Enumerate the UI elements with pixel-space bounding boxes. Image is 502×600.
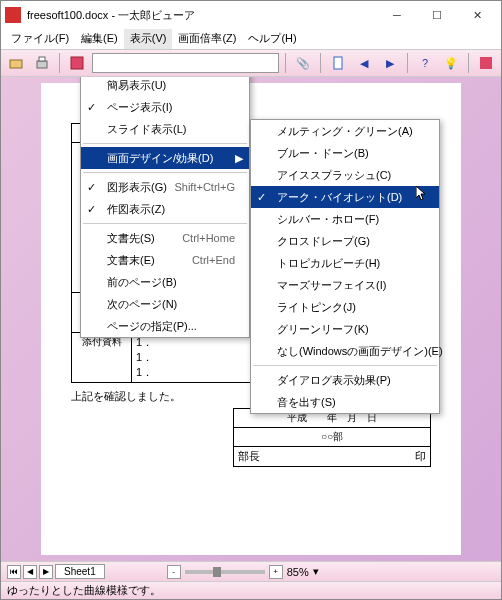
sm-i[interactable]: マーズサーフェイス(I) bbox=[251, 274, 439, 296]
next-icon[interactable]: ▶ bbox=[379, 52, 401, 74]
tab-prev-icon[interactable]: ◀ bbox=[23, 565, 37, 579]
sm-k[interactable]: グリーンリーフ(K) bbox=[251, 318, 439, 340]
tab-sheet1[interactable]: Sheet1 bbox=[55, 564, 105, 579]
window: freesoft100.docx - 一太郎ビューア ─ ☐ ✕ ファイル(F)… bbox=[0, 0, 502, 600]
mi-page[interactable]: ✓ページ表示(I) bbox=[81, 96, 249, 118]
sm-h[interactable]: トロピカルビーチ(H) bbox=[251, 252, 439, 274]
help-icon[interactable]: ? bbox=[414, 52, 436, 74]
bulb-icon[interactable]: 💡 bbox=[440, 52, 462, 74]
mi-figure[interactable]: ✓図形表示(G)Shift+Ctrl+G bbox=[81, 176, 249, 198]
sm-j[interactable]: ライトピンク(J) bbox=[251, 296, 439, 318]
zoom-control: - + 85% ▾ bbox=[167, 565, 319, 579]
titlebar: freesoft100.docx - 一太郎ビューア ─ ☐ ✕ bbox=[1, 1, 501, 29]
svg-rect-5 bbox=[480, 57, 492, 69]
sm-s[interactable]: 音を出す(S) bbox=[251, 391, 439, 413]
menu-help[interactable]: ヘルプ(H) bbox=[242, 29, 302, 49]
svg-rect-3 bbox=[71, 57, 83, 69]
maximize-button[interactable]: ☐ bbox=[417, 1, 457, 29]
svg-rect-0 bbox=[10, 60, 22, 68]
svg-rect-4 bbox=[334, 57, 342, 69]
sm-c[interactable]: アイススプラッシュ(C) bbox=[251, 164, 439, 186]
mi-docstart[interactable]: 文書先(S)Ctrl+Home bbox=[81, 227, 249, 249]
statusbar: ゆったりとした曲線模様です。 bbox=[1, 581, 501, 599]
sm-a[interactable]: メルティング・グリーン(A) bbox=[251, 120, 439, 142]
window-title: freesoft100.docx - 一太郎ビューア bbox=[27, 8, 377, 23]
menu-view[interactable]: 表示(V) bbox=[124, 29, 173, 49]
menu-zoom[interactable]: 画面倍率(Z) bbox=[172, 29, 242, 49]
font-combo[interactable] bbox=[92, 53, 279, 73]
toolbar: 📎 ◀ ▶ ? 💡 bbox=[1, 49, 501, 77]
chief-row: 部長印 bbox=[234, 447, 431, 467]
document-area: 日 時 平 成 年 月 日 時 分 内 容 特記事項 添付資料 1．1．1． 上… bbox=[1, 77, 501, 561]
prev-icon[interactable]: ◀ bbox=[353, 52, 375, 74]
minimize-button[interactable]: ─ bbox=[377, 1, 417, 29]
sm-d[interactable]: ✓アーク・バイオレット(D) bbox=[251, 186, 439, 208]
sm-f[interactable]: シルバー・ホロー(F) bbox=[251, 208, 439, 230]
zoom-in-icon[interactable]: + bbox=[269, 565, 283, 579]
menu-file[interactable]: ファイル(F) bbox=[5, 29, 75, 49]
menu-edit[interactable]: 編集(E) bbox=[75, 29, 124, 49]
mi-nextpage[interactable]: 次のページ(N) bbox=[81, 293, 249, 315]
zoom-value: 85% bbox=[287, 566, 309, 578]
open-icon[interactable] bbox=[5, 52, 27, 74]
close-button[interactable]: ✕ bbox=[457, 1, 497, 29]
tab-next-icon[interactable]: ▶ bbox=[39, 565, 53, 579]
view-dropdown: 簡易表示(U) ✓ページ表示(I) スライド表示(L) 画面デザイン/効果(D)… bbox=[80, 77, 250, 338]
svg-rect-2 bbox=[39, 57, 45, 61]
mi-slide[interactable]: スライド表示(L) bbox=[81, 118, 249, 140]
sm-e[interactable]: なし(Windowsの画面デザイン)(E) bbox=[251, 340, 439, 362]
mi-summary[interactable]: 簡易表示(U) bbox=[81, 77, 249, 96]
tab-first-icon[interactable]: ⏮ bbox=[7, 565, 21, 579]
mi-design[interactable]: 画面デザイン/効果(D)▶ bbox=[81, 147, 249, 169]
mi-docend[interactable]: 文書末(E)Ctrl+End bbox=[81, 249, 249, 271]
tool-icon[interactable] bbox=[66, 52, 88, 74]
exit-icon[interactable] bbox=[475, 52, 497, 74]
mi-prevpage[interactable]: 前のページ(B) bbox=[81, 271, 249, 293]
svg-rect-1 bbox=[37, 61, 47, 68]
sm-b[interactable]: ブルー・ドーン(B) bbox=[251, 142, 439, 164]
zoom-out-icon[interactable]: - bbox=[167, 565, 181, 579]
mi-pagespec[interactable]: ページの指定(P)... bbox=[81, 315, 249, 337]
row-attach-label: 添付資料 bbox=[72, 333, 132, 383]
sm-p[interactable]: ダイアログ表示効果(P) bbox=[251, 369, 439, 391]
print-icon[interactable] bbox=[31, 52, 53, 74]
app-icon bbox=[5, 7, 21, 23]
sm-g[interactable]: クロスドレープ(G) bbox=[251, 230, 439, 252]
status-text: ゆったりとした曲線模様です。 bbox=[7, 583, 161, 598]
page-icon[interactable] bbox=[327, 52, 349, 74]
attach-icon[interactable]: 📎 bbox=[292, 52, 314, 74]
sheet-tabs: ⏮ ◀ ▶ Sheet1 - + 85% ▾ bbox=[1, 561, 501, 581]
zoom-dropdown-icon[interactable]: ▾ bbox=[313, 565, 319, 578]
menubar: ファイル(F) 編集(E) 表示(V) 画面倍率(Z) ヘルプ(H) bbox=[1, 29, 501, 49]
zoom-slider[interactable] bbox=[185, 570, 265, 574]
design-submenu: メルティング・グリーン(A) ブルー・ドーン(B) アイススプラッシュ(C) ✓… bbox=[250, 119, 440, 414]
dept: ○○部 bbox=[234, 428, 431, 447]
mi-artwork[interactable]: ✓作図表示(Z) bbox=[81, 198, 249, 220]
